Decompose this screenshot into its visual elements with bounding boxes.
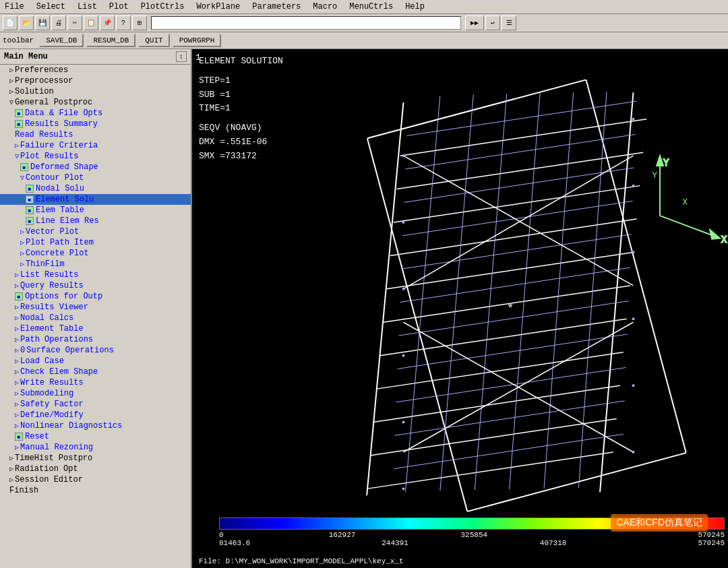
sidebar-item-preprocessor[interactable]: ▷ Preprocessor [0,75,191,86]
svg-point-46 [632,451,635,453]
expand-icon: ▷ [15,314,19,322]
sidebar-item-plot-results[interactable]: ▽ Plot Results [0,151,191,162]
colorbar-labels-row2: 81463.6 244391 407318 570245 [219,539,725,547]
menu-select[interactable]: Select [34,1,67,12]
sidebar-item-check-elem-shape[interactable]: ▷ Check Elem Shape [0,367,191,377]
sidebar-item-data-file-opts[interactable]: ■ Data & File Opts [0,108,191,119]
sidebar-item-nodal-solu[interactable]: ■ Nodal Solu [0,183,191,194]
item-icon: ■ [20,163,28,171]
expand-icon: ▷ [9,66,13,74]
sidebar-item-element-solu[interactable]: ■ Element Solu [0,194,191,205]
sidebar-item-failure-criteria[interactable]: ▷ Failure Criteria [0,140,191,151]
surface-prefix: 0 [20,346,25,355]
sidebar-item-read-results[interactable]: Read Results [0,129,191,140]
toolbar-icon2[interactable]: ↩ [485,15,500,30]
toolbar-extra[interactable]: ⊞ [132,15,147,30]
resum-db-button[interactable]: RESUM_DB [86,34,135,47]
svg-line-9 [373,385,620,422]
colorbar-val-570: 570245 [698,539,725,547]
svg-point-36 [632,118,635,121]
menu-file[interactable]: File [3,1,26,12]
sidebar-item-reset[interactable]: ■ Reset [0,431,191,442]
item-icon: ■ [26,195,34,203]
menu-help[interactable]: Help [403,1,427,12]
toolbar-input[interactable] [151,16,461,30]
svg-point-41 [402,354,405,357]
sidebar-item-deformed-shape[interactable]: ■ Deformed Shape [0,162,191,172]
colorbar-val-81: 81463.6 [219,539,250,547]
sidebar-item-general-postproc[interactable]: ▽ General Postproc [0,97,191,108]
sidebar-item-preferences[interactable]: ▷ Preferences [0,65,191,75]
sidebar-item-write-results[interactable]: ▷ Write Results [0,377,191,388]
expand-icon: ▽ [15,152,19,160]
sidebar-item-line-elem-res[interactable]: ■ Line Elem Res [0,216,191,226]
sidebar-item-plot-path-item[interactable]: ▷ Plot Path Item [0,237,191,248]
sidebar-item-manual-rezoning[interactable]: ▷ Manual Rezoning [0,442,191,453]
expand-icon: ▷ [15,282,19,290]
sidebar-item-concrete-plot[interactable]: ▷ Concrete Plot [0,248,191,259]
item-icon: ■ [26,217,34,225]
svg-line-18 [402,234,632,269]
sidebar-item-results-viewer[interactable]: ▷ Results Viewer [0,302,191,313]
save-db-button[interactable]: SAVE_DB [39,34,84,47]
expand-icon: ▷ [15,346,19,354]
sidebar-item-thinfilm[interactable]: ▷ ThinFilm [0,259,191,270]
toolbar-open[interactable]: 📂 [19,15,34,30]
toolbar-cut[interactable]: ✂ [67,15,82,30]
toolbar-new[interactable]: 📄 [3,15,18,30]
svg-point-42 [632,317,635,320]
expand-icon: ▷ [15,422,19,430]
quit-button[interactable]: QUIT [138,34,169,47]
item-icon: ■ [26,185,34,193]
expand-icon: ▷ [9,77,13,85]
sidebar-item-define-modify[interactable]: ▷ Define/Modify [0,410,191,420]
menu-workplane[interactable]: WorkPlane [194,1,242,12]
menu-plotctrls[interactable]: PlotCtrls [139,1,187,12]
sidebar-item-element-table[interactable]: ▷ Element Table [0,323,191,334]
sidebar-item-nodal-calcs[interactable]: ▷ Nodal Calcs [0,313,191,323]
svg-rect-0 [367,80,686,511]
sidebar-collapse-icon[interactable]: ↕ [176,51,187,62]
sidebar-item-options-outp[interactable]: ■ Options for Outp [0,291,191,302]
colorbar-val-325: 325854 [461,531,488,539]
sidebar-item-nonlinear-diag[interactable]: ▷ Nonlinear Diagnostics [0,420,191,431]
menu-macro[interactable]: Macro [311,1,339,12]
sidebar-item-radiation-opt[interactable]: ▷ Radiation Opt [0,464,191,474]
powrgrph-button[interactable]: POWRGRPH [173,34,222,47]
sidebar-item-submodeling[interactable]: ▷ Submodeling [0,388,191,399]
menu-plot[interactable]: Plot [107,1,131,12]
toolbar-icon1[interactable]: ▶▶ [465,15,484,30]
colorbar-val-0: 0 [219,531,224,539]
toolbar-icon3[interactable]: ☰ [502,15,516,30]
sidebar-item-results-summary[interactable]: ■ Results Summary [0,119,191,129]
item-icon: ■ [15,120,23,128]
sidebar-item-finish[interactable]: Finish [0,485,191,496]
toolbar-copy[interactable]: 📋 [84,15,98,30]
sidebar-item-session-editor[interactable]: ▷ Session Editor [0,474,191,485]
menu-menuctrls[interactable]: MenuCtrls [347,1,395,12]
sidebar-item-query-results[interactable]: ▷ Query Results [0,280,191,291]
toolbar-print[interactable]: 🖨 [51,15,66,30]
toolbar-save[interactable]: 💾 [35,15,50,30]
toolbar-help[interactable]: ? [116,15,131,30]
sidebar-item-solution[interactable]: ▷ Solution [0,86,191,97]
sidebar-item-list-results[interactable]: ▷ List Results [0,270,191,280]
expand-icon: ▷ [15,336,19,344]
sidebar-title: Main Menu [4,52,48,61]
item-icon: ■ [15,433,23,441]
sidebar-item-timehist-postpro[interactable]: ▷ TimeHist Postpro [0,453,191,464]
sidebar-item-contour-plot[interactable]: ▽ Contour Plot [0,172,191,183]
colorbar-val-407: 407318 [540,539,567,547]
menu-list[interactable]: List [75,1,99,12]
menu-parameters[interactable]: Parameters [250,1,303,12]
expand-icon: ▷ [15,271,19,279]
sidebar-item-safety-factor[interactable]: ▷ Safety Factor [0,399,191,410]
sidebar-item-surface-operations[interactable]: ▷ 0 Surface Operations [0,345,191,356]
sidebar-item-vector-plot[interactable]: ▷ Vector Plot [0,226,191,237]
expand-icon: ▷ [15,389,19,398]
sidebar-item-path-operations[interactable]: ▷ Path Operations [0,334,191,345]
svg-line-24 [394,434,624,468]
toolbar-paste[interactable]: 📌 [100,15,115,30]
sidebar-item-load-case[interactable]: ▷ Load Case [0,356,191,367]
sidebar-item-elem-table[interactable]: ■ Elem Table [0,205,191,216]
